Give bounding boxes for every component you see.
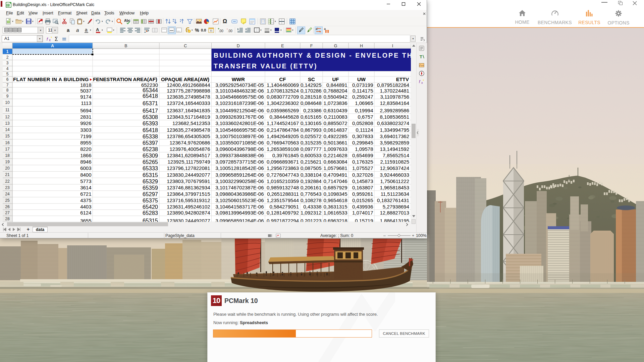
svg-text:CF: CF	[279, 76, 286, 82]
svg-text:3,099658591264E-06: 3,099658591264E-06	[215, 218, 264, 222]
svg-text:C: C	[184, 44, 187, 48]
svg-text:3,099373848838E-06: 3,099373848838E-06	[215, 153, 264, 158]
svg-text:2,399289586: 2,399289586	[380, 108, 409, 113]
svg-text:1866: 1866	[80, 153, 91, 158]
svg-text:0,0614837: 0,0614837	[324, 127, 347, 133]
svg-text:3: 3	[6, 61, 9, 65]
svg-text:T: T	[420, 54, 422, 59]
svg-text:A: A	[96, 27, 99, 32]
svg-text:123890,942802874: 123890,942802874	[167, 210, 210, 216]
svg-text:65418: 65418	[143, 127, 158, 133]
svg-text:65315: 65315	[143, 172, 158, 178]
svg-text:0,2110083: 0,2110083	[324, 114, 347, 120]
svg-text:F: F	[310, 44, 313, 48]
svg-text:0,259247: 0,259247	[352, 94, 373, 100]
svg-text:4403: 4403	[80, 204, 91, 209]
svg-text:0,600533: 0,600533	[301, 153, 322, 158]
svg-text:8,108536551: 8,108536551	[380, 114, 409, 120]
svg-text:1,0708132524: 1,0708132524	[267, 88, 299, 94]
svg-text:123635,274985478: 123635,274985478	[167, 94, 210, 100]
svg-text:13,14941592: 13,14941592	[380, 146, 409, 152]
svg-text:BUILDING AUTHORITY & DESIGN -: BUILDING AUTHORITY & DESIGN - ENVELOPE T…	[214, 52, 416, 59]
svg-text:0,776543: 0,776543	[301, 191, 322, 197]
svg-text:1,334994795: 1,334994795	[380, 127, 409, 133]
svg-text:5,27938694: 5,27938694	[383, 204, 409, 209]
svg-text:123716,595319312: 123716,595319312	[167, 197, 210, 203]
svg-text:10: 10	[5, 100, 10, 105]
svg-text:123925,111759749: 123925,111759749	[167, 159, 210, 165]
svg-text:4375: 4375	[80, 197, 91, 203]
svg-text:0,15719: 0,15719	[355, 218, 373, 222]
svg-text:0,43338: 0,43338	[303, 204, 321, 209]
svg-text:6721: 6721	[80, 191, 91, 197]
svg-text:1: 1	[6, 49, 9, 54]
svg-text:20: 20	[5, 166, 10, 171]
svg-text:3,924466033: 3,924466033	[380, 172, 409, 178]
svg-text:123775,287998898: 123775,287998898	[167, 88, 210, 94]
svg-text:0,6663084: 0,6663084	[324, 159, 347, 165]
svg-text:a: a	[76, 27, 79, 33]
svg-text:1,2351579544: 1,2351579544	[267, 197, 299, 203]
svg-text:7: 7	[6, 83, 9, 87]
svg-text:1,2653859108: 1,2653859108	[267, 146, 299, 152]
svg-text:3,103550071085E-06: 3,103550071085E-06	[215, 140, 264, 145]
svg-text:0,084648: 0,084648	[301, 100, 322, 106]
svg-text:123803,707679591: 123803,707679591	[167, 178, 210, 184]
svg-text:0,097777: 0,097777	[301, 146, 322, 152]
svg-text:x: x	[421, 81, 423, 84]
svg-text:12,88827013: 12,88827013	[380, 210, 409, 216]
svg-text:12,90637424: 12,90637424	[380, 165, 409, 171]
svg-text:5037: 5037	[80, 88, 91, 94]
svg-text:123843,517164819: 123843,517164819	[167, 114, 210, 120]
svg-text:A: A	[51, 44, 54, 48]
svg-text:1,0579681: 1,0579681	[324, 165, 347, 171]
svg-text:8400: 8400	[80, 172, 91, 178]
svg-text:9926: 9926	[80, 120, 91, 126]
svg-text:65417: 65417	[143, 108, 158, 114]
svg-text:0,39761845: 0,39761845	[272, 153, 299, 158]
svg-text:0,439936: 0,439936	[352, 204, 373, 209]
svg-text:0,8855072: 0,8855072	[324, 120, 347, 126]
svg-text:65375: 65375	[143, 197, 158, 203]
svg-text:ETTV: ETTV	[396, 76, 409, 82]
svg-text:1,370224481: 1,370224481	[380, 88, 409, 94]
svg-text:8946: 8946	[80, 159, 91, 165]
svg-text:0,0966893671: 0,0966893671	[267, 159, 299, 165]
svg-text:a: a	[324, 27, 326, 31]
svg-text:2: 2	[6, 55, 9, 60]
svg-text:65359: 65359	[143, 185, 158, 191]
svg-text:26: 26	[5, 204, 10, 209]
svg-text:0,2214628: 0,2214628	[324, 153, 347, 158]
svg-text:8955: 8955	[80, 140, 91, 145]
svg-text:1,0165210359: 1,0165210359	[267, 178, 299, 184]
svg-text:22: 22	[5, 179, 10, 184]
svg-text:0,1281409792: 0,1281409792	[267, 210, 299, 216]
svg-text:0,073199: 0,073199	[352, 82, 373, 88]
svg-text:123796,127822081: 123796,127822081	[167, 165, 210, 171]
svg-text:G: G	[334, 44, 337, 48]
svg-text:1,1744524167: 1,1744524167	[267, 120, 299, 126]
svg-text:0,6310439: 0,6310439	[324, 108, 347, 113]
svg-text:3,694017362: 3,694017362	[380, 133, 409, 139]
svg-text:11,51123634: 11,51123634	[381, 191, 409, 197]
svg-text:UF: UF	[332, 76, 339, 82]
svg-text:0,0359865269: 0,0359865269	[267, 108, 299, 113]
svg-text:25: 25	[5, 198, 10, 203]
svg-text:65397: 65397	[143, 140, 158, 146]
svg-text:OPAQUE AREA(AW): OPAQUE AREA(AW)	[161, 76, 209, 82]
svg-text:12: 12	[5, 115, 10, 119]
svg-text:7,85652514: 7,85652514	[383, 153, 409, 158]
svg-text:0,192884: 0,192884	[301, 178, 322, 184]
svg-text:3,104546669575E-06: 3,104546669575E-06	[215, 127, 264, 133]
svg-text:0,5013661: 0,5013661	[324, 140, 347, 145]
svg-text:123786,654305305: 123786,654305305	[167, 133, 210, 139]
svg-text:65333: 65333	[143, 165, 158, 171]
svg-text:0,201223: 0,201223	[301, 218, 322, 222]
svg-text:0,844891: 0,844891	[326, 82, 347, 88]
svg-text:3,104641583717E-06: 3,104641583717E-06	[215, 204, 264, 209]
svg-text:FLAT NUMBER IN A BUILDING: FLAT NUMBER IN A BUILDING	[13, 76, 89, 82]
svg-text:27: 27	[5, 210, 10, 215]
svg-text:65309: 65309	[143, 153, 158, 159]
svg-text:65265: 65265	[143, 159, 158, 165]
svg-text:0,281518: 0,281518	[301, 94, 322, 100]
